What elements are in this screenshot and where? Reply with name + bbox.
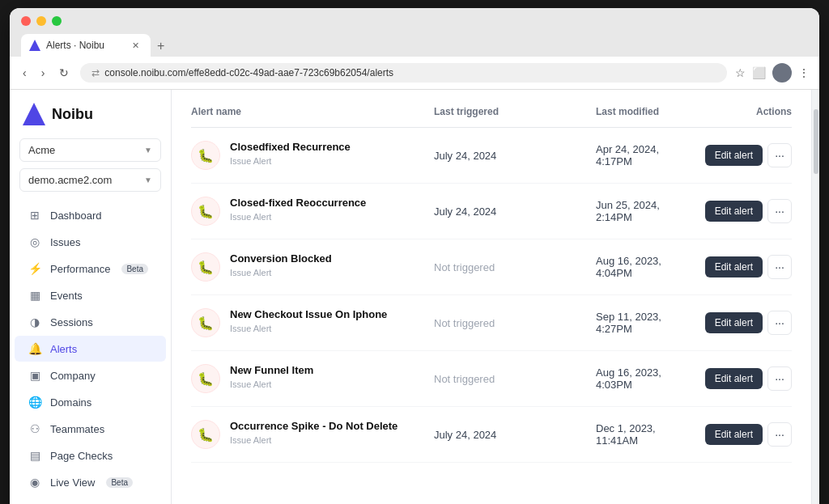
new-tab-button[interactable]: +: [151, 36, 171, 57]
domains-icon: 🌐: [28, 396, 42, 409]
tab-title: Alerts · Noibu: [46, 40, 104, 51]
sidebar-item-page-checks[interactable]: ▤ Page Checks: [15, 443, 166, 468]
address-actions: ☆ ⬜ ⋮: [735, 63, 810, 83]
edit-alert-button[interactable]: Edit alert: [705, 256, 763, 277]
table-row: 🐛 New Checkout Issue On Iphone Issue Ale…: [191, 295, 792, 351]
sidebar-item-label: Alerts: [50, 343, 77, 355]
alert-bug-icon: 🐛: [191, 141, 220, 170]
lock-icon: ⇄: [91, 67, 100, 78]
scrollbar[interactable]: [811, 90, 819, 504]
edit-alert-button[interactable]: Edit alert: [705, 424, 763, 445]
col-alert-name: Alert name: [191, 106, 434, 117]
sidebar-item-label: Performance: [50, 263, 110, 275]
last-triggered: July 24, 2024: [434, 429, 596, 441]
back-button[interactable]: ‹: [19, 65, 30, 81]
more-options-button[interactable]: ···: [767, 311, 792, 335]
alerts-icon: 🔔: [28, 342, 42, 355]
alert-name-col: 🐛 New Funnel Item Issue Alert: [191, 364, 434, 393]
extensions-icon[interactable]: ⬜: [752, 66, 766, 79]
more-options-button[interactable]: ···: [767, 199, 792, 223]
site-dropdown[interactable]: demo.acme2.com ▼: [19, 168, 161, 192]
alert-name: Conversion Blocked: [230, 252, 332, 266]
last-modified: Jun 25, 2024, 2:14PM: [596, 199, 695, 223]
address-bar: ‹ › ↻ ⇄ console.noibu.com/effe8edd-c02c-…: [10, 57, 819, 90]
sidebar-item-dashboard[interactable]: ⊞ Dashboard: [15, 202, 166, 228]
sidebar-item-label: Domains: [50, 396, 91, 409]
alert-name: New Checkout Issue On Iphone: [230, 308, 387, 322]
browser-window: Alerts · Noibu ✕ + ‹ › ↻ ⇄ console.noibu…: [10, 8, 819, 504]
alert-name: Occurrence Spike - Do Not Delete: [230, 420, 397, 434]
sidebar-item-label: Sessions: [50, 316, 93, 328]
alert-actions: Edit alert ···: [695, 255, 792, 279]
last-modified: Dec 1, 2023, 11:41AM: [596, 422, 695, 447]
table-row: 🐛 Closed-fixed Reoccurrence Issue Alert …: [191, 184, 792, 239]
sidebar-item-issues[interactable]: ◎ Issues: [15, 229, 166, 255]
sidebar-item-events[interactable]: ▦ Events: [15, 282, 166, 308]
last-triggered: Not triggered: [434, 317, 596, 329]
alert-info: Occurrence Spike - Do Not Delete Issue A…: [230, 420, 397, 445]
alert-type: Issue Alert: [230, 435, 397, 445]
menu-icon[interactable]: ⋮: [798, 66, 810, 79]
events-icon: ▦: [28, 289, 42, 302]
refresh-button[interactable]: ↻: [56, 65, 72, 81]
sidebar-item-label: Issues: [50, 236, 81, 248]
active-tab[interactable]: Alerts · Noibu ✕: [21, 34, 151, 57]
scrollbar-thumb[interactable]: [814, 109, 818, 174]
sidebar-item-teammates[interactable]: ⚇ Teammates: [15, 416, 166, 442]
alert-name-col: 🐛 Occurrence Spike - Do Not Delete Issue…: [191, 420, 434, 449]
col-last-modified: Last modified: [596, 106, 695, 117]
col-actions: Actions: [695, 106, 792, 117]
more-options-button[interactable]: ···: [767, 422, 792, 447]
last-modified: Aug 16, 2023, 4:04PM: [596, 255, 695, 279]
close-button[interactable]: [21, 16, 31, 26]
more-options-button[interactable]: ···: [767, 255, 792, 279]
sidebar-item-sessions[interactable]: ◑ Sessions: [15, 309, 166, 335]
alert-info: New Funnel Item Issue Alert: [230, 364, 313, 389]
profile-button[interactable]: [772, 63, 792, 83]
performance-icon: ⚡: [28, 262, 42, 275]
tab-favicon-icon: [29, 40, 40, 51]
edit-alert-button[interactable]: Edit alert: [705, 368, 763, 389]
url-field[interactable]: ⇄ console.noibu.com/effe8edd-c02c-49ad-a…: [80, 63, 727, 83]
sidebar-item-domains[interactable]: 🌐 Domains: [15, 389, 166, 415]
alert-type: Issue Alert: [230, 324, 387, 333]
alert-bug-icon: 🐛: [191, 252, 220, 282]
page-checks-icon: ▤: [28, 449, 42, 462]
forward-button[interactable]: ›: [38, 65, 49, 81]
browser-chrome: Alerts · Noibu ✕ +: [10, 8, 819, 57]
alert-bug-icon: 🐛: [191, 308, 220, 337]
table-row: 🐛 New Funnel Item Issue Alert Not trigge…: [191, 351, 792, 407]
edit-alert-button[interactable]: Edit alert: [705, 312, 763, 333]
alert-type: Issue Alert: [230, 212, 366, 222]
edit-alert-button[interactable]: Edit alert: [705, 145, 763, 166]
sidebar-item-live-view[interactable]: ◉ Live View Beta: [15, 469, 166, 495]
live-view-icon: ◉: [28, 476, 42, 489]
issues-icon: ◎: [28, 235, 42, 248]
minimize-button[interactable]: [36, 16, 46, 26]
alert-bug-icon: 🐛: [191, 364, 220, 393]
alert-name: Closed-fixed Reoccurrence: [230, 197, 366, 210]
more-options-button[interactable]: ···: [767, 143, 792, 167]
alert-name-col: 🐛 Closed-fixed Reoccurrence Issue Alert: [191, 197, 434, 226]
sidebar-item-label: Dashboard: [50, 210, 102, 222]
dashboard-icon: ⊞: [28, 209, 42, 222]
sidebar-logo: Noibu: [10, 103, 171, 138]
bookmark-icon[interactable]: ☆: [735, 66, 746, 79]
sessions-icon: ◑: [28, 316, 42, 328]
sidebar-item-alerts[interactable]: 🔔 Alerts: [15, 336, 166, 362]
edit-alert-button[interactable]: Edit alert: [705, 201, 763, 222]
col-last-triggered: Last triggered: [434, 106, 596, 117]
sidebar-item-company[interactable]: ▣ Company: [15, 362, 166, 388]
tab-close-icon[interactable]: ✕: [132, 40, 139, 51]
workspace-dropdown[interactable]: Acme ▼: [19, 138, 161, 162]
alert-type: Issue Alert: [230, 156, 351, 166]
sidebar-item-label: Teammates: [50, 423, 104, 435]
alert-actions: Edit alert ···: [695, 311, 792, 335]
table-row: 🐛 Closedfixed Recurrence Issue Alert Jul…: [191, 128, 792, 184]
last-triggered: July 24, 2024: [434, 150, 596, 162]
main-content: Alert name Last triggered Last modified …: [172, 90, 811, 504]
more-options-button[interactable]: ···: [767, 366, 792, 391]
maximize-button[interactable]: [52, 16, 62, 26]
sidebar-item-performance[interactable]: ⚡ Performance Beta: [15, 256, 166, 282]
alert-info: Conversion Blocked Issue Alert: [230, 252, 332, 277]
